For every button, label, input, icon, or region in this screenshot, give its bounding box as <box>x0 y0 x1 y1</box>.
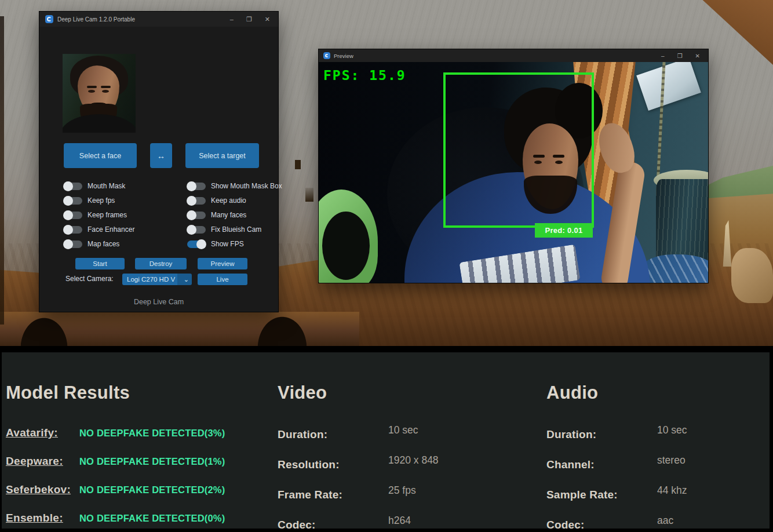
info-label: Codec: <box>278 519 316 531</box>
preview-window-title: Preview <box>334 53 353 59</box>
info-label: Duration: <box>546 428 596 440</box>
scene-chair-shadow <box>322 212 370 280</box>
toggle-many-faces[interactable]: Many faces <box>187 211 282 219</box>
live-button[interactable]: Live <box>198 274 247 285</box>
portrait-eye <box>102 90 109 93</box>
model-result-value: NO DEEPFAKE DETECTED(0%) <box>79 513 225 524</box>
deep-live-cam-app-icon <box>45 15 53 23</box>
toggle-knob <box>63 239 73 249</box>
model-link-ensemble[interactable]: Ensemble: <box>6 512 79 524</box>
info-value: 10 sec <box>657 424 687 436</box>
close-icon[interactable]: ✕ <box>695 53 700 59</box>
toggle-switch-icon[interactable] <box>64 212 82 219</box>
toggle-show-fps[interactable]: Show FPS <box>187 240 282 248</box>
info-value: 44 khz <box>657 484 687 497</box>
maximize-icon[interactable]: ❐ <box>677 53 683 59</box>
preview-button[interactable]: Preview <box>198 258 247 269</box>
video-info-row: Codec: h264 <box>278 519 533 532</box>
toggle-knob <box>187 181 196 191</box>
toggle-knob <box>196 239 206 249</box>
toggle-knob <box>63 225 73 235</box>
video-info-row: Resolution: 1920 x 848 <box>278 458 533 472</box>
chevron-down-icon: ⌄ <box>184 276 189 283</box>
detection-results-panel: Model Results Avatarify: NO DEEPFAKE DET… <box>2 352 770 529</box>
toggle-label: Fix Blueish Cam <box>211 225 261 234</box>
source-face-image <box>63 54 136 133</box>
toggle-show-mouth-mask-box[interactable]: Show Mouth Mask Box <box>187 182 282 190</box>
model-result-value: NO DEEPFAKE DETECTED(3%) <box>79 428 225 439</box>
preview-window: Preview – ❐ ✕ <box>319 49 708 283</box>
toggle-label: Keep fps <box>87 196 115 205</box>
toggle-label: Many faces <box>211 211 246 219</box>
minimize-icon[interactable]: – <box>230 16 234 23</box>
model-result-row: Avatarify: NO DEEPFAKE DETECTED(3%) <box>6 427 272 439</box>
toggle-switch-icon[interactable] <box>187 212 206 219</box>
info-label: Sample Rate: <box>546 489 618 501</box>
camera-dropdown-value: Logi C270 HD V <box>127 276 183 283</box>
info-value: 25 fps <box>388 484 416 497</box>
painting-left-edge <box>0 16 4 325</box>
camera-dropdown[interactable]: Logi C270 HD V ⌄ <box>122 274 192 285</box>
toggle-face-enhancer[interactable]: Face Enhancer <box>64 225 134 234</box>
toggle-switch-icon[interactable] <box>187 226 206 234</box>
portrait-eye <box>88 90 95 93</box>
video-info-column: Video Duration: 10 sec Resolution: 1920 … <box>276 352 533 532</box>
app-footer-label: Deep Live Cam <box>39 298 278 306</box>
info-value: stereo <box>657 454 686 467</box>
audio-info-row: Channel: stereo <box>546 458 772 472</box>
toggle-switch-icon[interactable] <box>64 241 82 248</box>
toggle-keep-fps[interactable]: Keep fps <box>64 196 134 205</box>
model-link-avatarify[interactable]: Avatarify: <box>6 427 79 439</box>
toggle-label: Keep frames <box>87 211 127 219</box>
select-target-button[interactable]: Select a target <box>185 143 259 168</box>
portrait-brow <box>101 86 111 88</box>
toggle-knob <box>187 196 196 206</box>
preview-titlebar[interactable]: Preview – ❐ ✕ <box>319 49 708 62</box>
fps-counter: FPS: 15.9 <box>323 68 406 83</box>
toggle-mouth-mask[interactable]: Mouth Mask <box>64 182 134 190</box>
close-icon[interactable]: ✕ <box>265 16 270 23</box>
toggle-map-faces[interactable]: Map faces <box>64 240 134 248</box>
toggle-column-right: Show Mouth Mask Box Keep audio Many face… <box>187 182 282 254</box>
video-info-title: Video <box>278 382 533 403</box>
detection-results-section: Model Results Avatarify: NO DEEPFAKE DET… <box>0 352 773 532</box>
toggle-keep-audio[interactable]: Keep audio <box>187 196 282 205</box>
maximize-icon[interactable]: ❐ <box>246 16 252 23</box>
audio-info-row: Sample Rate: 44 khz <box>546 489 772 502</box>
minimize-icon[interactable]: – <box>661 53 665 59</box>
face-detection-box <box>443 72 594 228</box>
toggle-knob <box>187 225 196 235</box>
model-result-row: Ensemble: NO DEEPFAKE DETECTED(0%) <box>6 512 272 524</box>
select-camera-label: Select Camera: <box>65 275 114 283</box>
toggle-switch-icon[interactable] <box>64 226 82 234</box>
audio-info-row: Codec: aac <box>546 519 772 532</box>
start-button[interactable]: Start <box>75 258 125 269</box>
toggle-fix-blueish-cam[interactable]: Fix Blueish Cam <box>187 225 282 234</box>
video-info-row: Duration: 10 sec <box>278 428 533 442</box>
toggle-label: Face Enhancer <box>87 225 134 234</box>
preview-app-icon <box>323 52 330 59</box>
toggle-switch-icon[interactable] <box>187 241 206 248</box>
destroy-button[interactable]: Destroy <box>135 258 187 269</box>
toggle-switch-icon[interactable] <box>187 183 206 190</box>
toggle-keep-frames[interactable]: Keep frames <box>64 211 134 219</box>
video-info-row: Frame Rate: 25 fps <box>278 489 533 502</box>
info-label: Duration: <box>278 428 327 440</box>
dlc-titlebar[interactable]: Deep Live Cam 1.2.0 Portable – ❐ ✕ <box>39 12 278 27</box>
swap-faces-button[interactable]: ↔ <box>150 143 172 168</box>
model-link-deepware[interactable]: Deepware: <box>6 455 79 468</box>
toggle-switch-icon[interactable] <box>187 197 206 205</box>
model-result-row: Deepware: NO DEEPFAKE DETECTED(1%) <box>6 455 272 468</box>
toggle-knob <box>187 210 196 220</box>
model-link-seferbekov[interactable]: Seferbekov: <box>6 483 79 496</box>
select-face-button[interactable]: Select a face <box>64 143 137 168</box>
prediction-score-badge: Pred: 0.01 <box>535 223 593 238</box>
audio-info-column: Audio Duration: 10 sec Channel: stereo S… <box>545 352 772 532</box>
toggle-switch-icon[interactable] <box>64 183 82 190</box>
model-result-value: NO DEEPFAKE DETECTED(2%) <box>79 484 225 495</box>
dlc-window-title: Deep Live Cam 1.2.0 Portable <box>57 16 135 23</box>
toggle-switch-icon[interactable] <box>64 197 82 205</box>
painting-light-rocks <box>731 248 773 303</box>
scene-blue-fabric <box>641 254 708 283</box>
desktop: Deep Live Cam 1.2.0 Portable – ❐ ✕ Selec… <box>0 0 773 532</box>
